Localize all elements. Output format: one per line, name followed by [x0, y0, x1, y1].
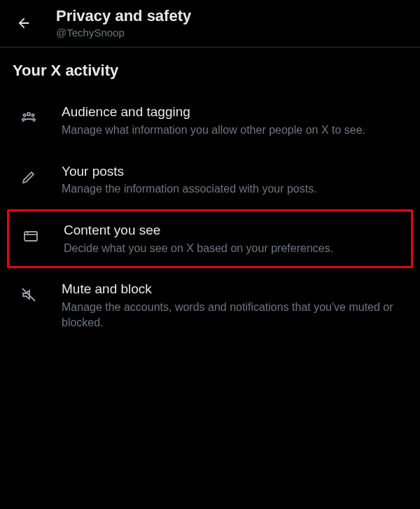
username: @TechySnoop	[56, 27, 191, 39]
menu-text: Mute and block Manage the accounts, word…	[45, 281, 406, 330]
svg-point-2	[31, 114, 34, 116]
back-button[interactable]	[11, 11, 36, 36]
svg-point-0	[27, 113, 30, 116]
menu-text: Audience and tagging Manage what informa…	[45, 104, 372, 137]
pencil-icon	[13, 163, 45, 186]
menu-item-desc: Manage the information associated with y…	[62, 181, 317, 197]
menu-item-desc: Manage the accounts, words and notificat…	[62, 300, 399, 330]
page-title: Privacy and safety	[56, 7, 191, 25]
menu-list: Audience and tagging Manage what informa…	[0, 87, 420, 347]
menu-item-title: Your posts	[62, 163, 317, 181]
content-icon	[15, 222, 47, 244]
arrow-left-icon	[16, 15, 31, 31]
menu-item-audience-tagging[interactable]: Audience and tagging Manage what informa…	[0, 91, 420, 150]
header-text: Privacy and safety @TechySnoop	[56, 7, 191, 39]
menu-text: Content you see Decide what you see on X…	[47, 222, 340, 256]
section-title: Your X activity	[0, 48, 420, 87]
mute-icon	[13, 281, 45, 303]
svg-point-1	[23, 114, 25, 116]
menu-item-content-you-see[interactable]: Content you see Decide what you see on X…	[7, 209, 413, 268]
menu-item-title: Audience and tagging	[62, 104, 365, 121]
menu-item-desc: Decide what you see on X based on your p…	[64, 241, 333, 256]
people-icon	[13, 104, 45, 126]
menu-item-title: Mute and block	[62, 281, 399, 298]
menu-text: Your posts Manage the information associ…	[45, 163, 324, 197]
menu-item-title: Content you see	[64, 222, 333, 239]
menu-item-your-posts[interactable]: Your posts Manage the information associ…	[0, 151, 420, 209]
menu-item-mute-block[interactable]: Mute and block Manage the accounts, word…	[0, 268, 420, 342]
svg-rect-3	[24, 232, 37, 241]
header: Privacy and safety @TechySnoop	[0, 0, 420, 48]
menu-item-desc: Manage what information you allow other …	[62, 123, 365, 138]
